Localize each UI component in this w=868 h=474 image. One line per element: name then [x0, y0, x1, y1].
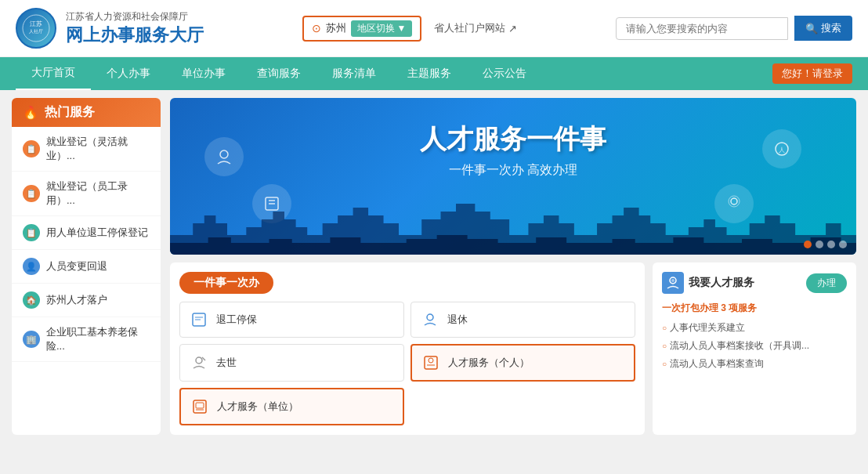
sidebar: 🔥 热门服务 📋 就业登记（灵活就业）... 📋 就业登记（员工录用）... 📋…: [12, 98, 161, 435]
sidebar-label-3: 人员变更回退: [46, 259, 107, 273]
panel-title: 我要人才服务: [662, 272, 754, 294]
panel-links: 人事代理关系建立 流动人员人事档案接收（开具调... 流动人员人事档案查询: [662, 321, 847, 371]
panel-link-0[interactable]: 人事代理关系建立: [662, 321, 847, 335]
sidebar-icon-insurance: 🏢: [23, 331, 40, 348]
city-silhouette: [170, 200, 856, 255]
svg-text:江苏: 江苏: [30, 20, 42, 27]
portal-link[interactable]: 省人社门户网站 ↗: [434, 21, 517, 35]
sidebar-icon-employment2: 📋: [23, 185, 40, 202]
svg-point-15: [196, 357, 202, 364]
sidebar-item-0[interactable]: 📋 就业登记（灵活就业）...: [12, 127, 161, 172]
banner-dot-2[interactable]: [816, 241, 823, 248]
banner-pagination[interactable]: [804, 241, 847, 248]
service-item-3[interactable]: 人才服务（个人）: [410, 344, 635, 382]
sidebar-label-4: 苏州人才落户: [46, 293, 107, 307]
service-label-1: 退休: [447, 313, 468, 327]
banner: 人 人才服务一件事 一件事一次办 高效办理: [170, 98, 856, 255]
service-label-2: 去世: [216, 356, 237, 370]
handle-button[interactable]: 办理: [806, 273, 847, 293]
banner-dot-3[interactable]: [827, 241, 835, 248]
panel-header: 我要人才服务 办理: [662, 272, 847, 294]
banner-icon-3: 人: [762, 129, 801, 168]
dropdown-arrow-icon: ▼: [397, 23, 407, 34]
svg-point-3: [220, 150, 228, 158]
banner-dot-1[interactable]: [804, 241, 812, 248]
header-left: 江苏 人社厅 江苏省人力资源和社会保障厅 网上办事服务大厅: [16, 8, 204, 49]
sidebar-title: 热门服务: [45, 104, 95, 121]
service-icon-1: [419, 309, 441, 331]
service-panel: 一件事一次办 退工停保 退休: [170, 262, 645, 435]
service-item-2[interactable]: 去世: [179, 344, 404, 382]
service-label-3: 人才服务（个人）: [448, 356, 530, 370]
service-label-0: 退工停保: [216, 313, 257, 327]
fire-icon: 🔥: [23, 105, 38, 120]
sidebar-header: 🔥 热门服务: [12, 98, 161, 127]
sidebar-label-5: 企业职工基本养老保险...: [46, 325, 150, 353]
sidebar-icon-retirement: 📋: [23, 224, 40, 241]
login-button[interactable]: 您好！请登录: [772, 63, 852, 84]
panel-title-text: 我要人才服务: [689, 276, 754, 290]
main-content: 🔥 热门服务 📋 就业登记（灵活就业）... 📋 就业登记（员工录用）... 📋…: [0, 90, 868, 443]
banner-text: 人才服务一件事 一件事一次办 高效办理: [420, 121, 606, 179]
content-area: 人 人才服务一件事 一件事一次办 高效办理: [170, 98, 856, 435]
search-button[interactable]: 🔍 搜索: [794, 16, 852, 41]
location-selector[interactable]: ⊙ 苏州 地区切换 ▼: [302, 16, 422, 42]
nav-item-query[interactable]: 查询服务: [241, 57, 316, 90]
service-item-4[interactable]: 人才服务（单位）: [179, 388, 404, 425]
talent-service-panel: 我要人才服务 办理 一次打包办理 3 项服务 人事代理关系建立 流动人员人事档案…: [653, 262, 856, 435]
sidebar-label-0: 就业登记（灵活就业）...: [46, 135, 150, 163]
nav-item-home[interactable]: 大厅首页: [16, 57, 91, 90]
location-city: 苏州: [326, 21, 346, 35]
logo-icon: 江苏 人社厅: [16, 8, 56, 49]
svg-rect-20: [193, 400, 206, 413]
sidebar-icon-change: 👤: [23, 258, 40, 275]
service-icon-2: [188, 352, 210, 374]
panel-link-1[interactable]: 流动人员人事档案接收（开具调...: [662, 339, 847, 353]
header-title: 网上办事服务大厅: [66, 24, 204, 47]
nav-item-theme[interactable]: 主题服务: [392, 57, 467, 90]
nav-item-announcement[interactable]: 公示公告: [467, 57, 542, 90]
header-subtitle: 江苏省人力资源和社会保障厅: [66, 10, 204, 24]
svg-text:人: 人: [779, 147, 785, 154]
service-grid: 退工停保 退休 去世: [179, 302, 635, 425]
service-item-1[interactable]: 退休: [410, 302, 635, 338]
header-right: 🔍 搜索: [616, 16, 852, 41]
sidebar-label-1: 就业登记（员工录用）...: [46, 179, 150, 208]
service-icon-3: [420, 352, 442, 374]
sidebar-item-1[interactable]: 📋 就业登记（员工录用）...: [12, 172, 161, 216]
svg-point-14: [427, 314, 433, 320]
banner-icon-1: [204, 137, 244, 176]
nav-item-personal[interactable]: 个人办事: [91, 57, 166, 90]
banner-title: 人才服务一件事: [420, 121, 606, 157]
navigation-bar: 大厅首页 个人办事 单位办事 查询服务 服务清单 主题服务 公示公告 您好！请登…: [0, 57, 868, 90]
one-thing-tab[interactable]: 一件事一次办: [179, 272, 273, 294]
sidebar-label-2: 用人单位退工停保登记: [46, 226, 148, 240]
svg-rect-21: [196, 403, 204, 408]
nav-item-unit[interactable]: 单位办事: [166, 57, 241, 90]
panel-title-icon: [662, 272, 684, 294]
banner-subtitle: 一件事一次办 高效办理: [420, 162, 606, 179]
panel-count: 一次打包办理 3 项服务: [662, 302, 847, 315]
sidebar-item-4[interactable]: 🏠 苏州人才落户: [12, 284, 161, 317]
service-label-4: 人才服务（单位）: [217, 400, 298, 414]
search-icon: 🔍: [805, 23, 818, 34]
sidebar-icon-talent: 🏠: [23, 291, 40, 309]
header-title-block: 江苏省人力资源和社会保障厅 网上办事服务大厅: [66, 10, 204, 47]
panel-link-2[interactable]: 流动人员人事档案查询: [662, 357, 847, 371]
sidebar-item-2[interactable]: 📋 用人单位退工停保登记: [12, 216, 161, 250]
sidebar-icon-employment1: 📋: [23, 140, 40, 157]
nav-item-service-list[interactable]: 服务清单: [316, 57, 392, 90]
location-switch-btn[interactable]: 地区切换 ▼: [351, 20, 413, 37]
service-tabs: 一件事一次办: [179, 272, 635, 294]
service-item-0[interactable]: 退工停保: [179, 302, 404, 338]
sidebar-item-3[interactable]: 👤 人员变更回退: [12, 250, 161, 284]
svg-point-24: [671, 279, 675, 282]
svg-point-18: [429, 358, 433, 363]
one-thing-panel: 一件事一次办 退工停保 退休: [170, 262, 645, 435]
bottom-row: 一件事一次办 退工停保 退休: [170, 262, 856, 435]
svg-text:人社厅: 人社厅: [29, 29, 43, 34]
sidebar-item-5[interactable]: 🏢 企业职工基本养老保险...: [12, 317, 161, 362]
banner-dot-4[interactable]: [839, 241, 847, 248]
header: 江苏 人社厅 江苏省人力资源和社会保障厅 网上办事服务大厅 ⊙ 苏州 地区切换 …: [0, 0, 868, 57]
search-input[interactable]: [616, 17, 788, 40]
